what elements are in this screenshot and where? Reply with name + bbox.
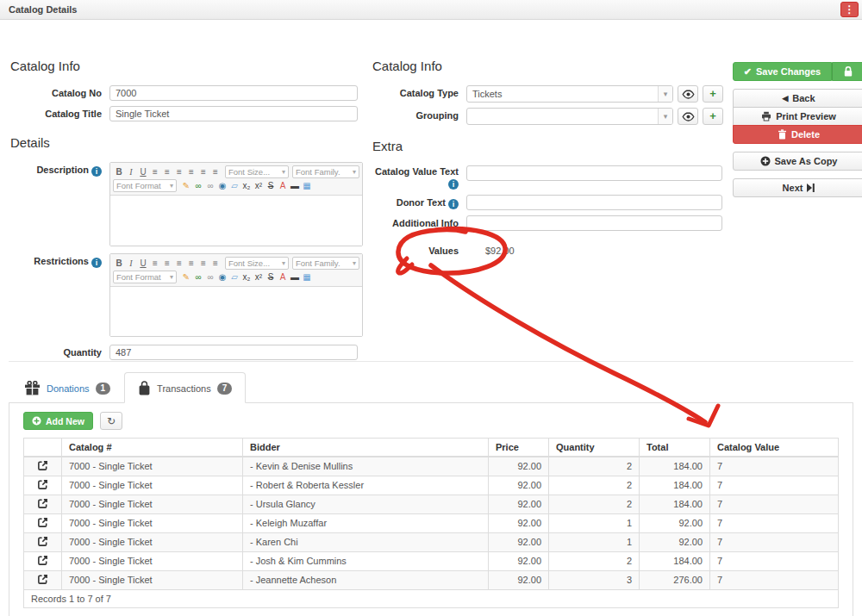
font-format-select[interactable]: Font Format▾	[113, 179, 177, 192]
tab-donations[interactable]: Donations 1	[10, 372, 124, 403]
open-record-icon[interactable]	[37, 574, 48, 585]
middle-column: Catalog Info Catalog Type Tickets ▾ + Gr…	[372, 52, 722, 262]
back-button[interactable]: ◀ Back	[733, 89, 862, 108]
open-record-icon[interactable]	[37, 536, 48, 547]
open-record-icon[interactable]	[37, 498, 48, 509]
info-icon[interactable]: i	[448, 199, 459, 209]
next-button[interactable]: Next	[733, 178, 862, 197]
open-record-icon[interactable]	[37, 555, 48, 566]
restrictions-editor[interactable]: BIU≡≡≡≡≡≡ Font Size...▾ Font Family.▾ Fo…	[109, 253, 363, 337]
cell-quantity: 1	[549, 513, 640, 532]
catalog-no-row: Catalog No	[10, 85, 358, 101]
restrictions-row: Restrictions i BIU≡≡≡≡≡≡ Font Size...▾ F…	[10, 253, 358, 337]
cell-catalog-value: 7	[710, 532, 839, 551]
tab-transactions[interactable]: Transactions 7	[124, 372, 246, 403]
cell-catalog: 7000 - Single Ticket	[62, 476, 243, 495]
restrictions-label: Restrictions i	[10, 253, 102, 268]
transactions-table: Catalog # Bidder Price Quantity Total Ca…	[23, 438, 839, 608]
open-record-icon[interactable]	[37, 517, 48, 528]
cell-catalog: 7000 - Single Ticket	[62, 457, 243, 476]
eye-icon	[682, 90, 695, 99]
print-preview-button[interactable]: Print Preview	[733, 107, 862, 126]
info-icon[interactable]: i	[91, 166, 102, 177]
plus-circle-icon	[760, 156, 771, 166]
font-family-select[interactable]: Font Family.▾	[292, 257, 359, 270]
catalog-type-select[interactable]: Tickets ▾	[466, 85, 673, 103]
view-catalog-type-button[interactable]	[678, 85, 698, 103]
catalog-title-input[interactable]	[109, 106, 358, 121]
catalog-value-text-input[interactable]	[466, 165, 722, 181]
cell-catalog: 7000 - Single Ticket	[62, 551, 243, 570]
cell-quantity: 2	[549, 476, 640, 495]
cell-quantity: 1	[549, 532, 640, 551]
save-as-copy-button[interactable]: Save As Copy	[733, 152, 862, 171]
chevron-down-icon: ▾	[658, 109, 672, 124]
table-row: 7000 - Single Ticket - Ursula Glancy 92.…	[24, 495, 839, 513]
step-forward-icon	[807, 184, 815, 192]
grouping-row: Grouping ▾ +	[372, 108, 722, 125]
donor-text-input[interactable]	[466, 195, 722, 210]
description-row: Description i BIU≡≡≡≡≡≡ Font Size...▾ Fo…	[10, 162, 358, 246]
description-label: Description i	[10, 162, 102, 177]
actions-column: ✔ Save Changes ◀ Back Print Preview Dele…	[733, 62, 862, 197]
cell-catalog-value: 7	[710, 570, 839, 589]
table-row: 7000 - Single Ticket - Josh & Kim Cummin…	[24, 551, 839, 570]
cell-total: 184.00	[640, 551, 710, 570]
table-row: 7000 - Single Ticket - Kevin & Denise Mu…	[24, 457, 839, 476]
col-icon	[24, 439, 62, 457]
catalog-title-label: Catalog Title	[10, 106, 102, 120]
font-family-select[interactable]: Font Family.▾	[292, 165, 359, 178]
cell-catalog-value: 7	[710, 551, 839, 570]
section-divider	[9, 361, 853, 362]
cell-catalog-value: 7	[710, 513, 839, 532]
chevron-down-icon: ▾	[282, 168, 285, 176]
grouping-select[interactable]: ▾	[466, 108, 673, 125]
cell-total: 276.00	[640, 570, 710, 589]
cell-price: 92.00	[489, 476, 549, 495]
trash-icon	[778, 129, 787, 140]
add-catalog-type-button[interactable]: +	[703, 85, 723, 103]
donor-text-label: Donor Text i	[372, 195, 459, 209]
delete-button[interactable]: Delete	[733, 125, 862, 144]
quantity-input[interactable]	[109, 345, 358, 360]
description-editor-body[interactable]	[110, 196, 362, 246]
page-title: Catalog Details	[9, 4, 840, 15]
description-editor[interactable]: BIU≡≡≡≡≡≡ Font Size...▾ Font Family.▾ Fo…	[109, 162, 363, 246]
view-grouping-button[interactable]	[678, 108, 698, 125]
chevron-down-icon: ▾	[170, 273, 173, 281]
transactions-count-badge: 7	[217, 383, 233, 395]
cell-price: 92.00	[489, 570, 549, 589]
cell-total: 92.00	[640, 513, 710, 532]
kebab-menu-button[interactable]: ⋮	[840, 2, 859, 17]
restrictions-editor-body[interactable]	[110, 287, 362, 336]
catalog-no-input[interactable]	[109, 85, 358, 101]
info-icon[interactable]: i	[91, 258, 102, 268]
cell-catalog: 7000 - Single Ticket	[62, 532, 243, 551]
col-quantity: Quantity	[549, 439, 640, 457]
quantity-label: Quantity	[10, 345, 102, 358]
chevron-down-icon: ▾	[170, 182, 173, 190]
col-bidder: Bidder	[243, 439, 489, 457]
records-summary: Records 1 to 7 of 7	[24, 589, 839, 607]
font-size-select[interactable]: Font Size...▾	[225, 257, 289, 270]
section-extra: Extra	[372, 139, 722, 153]
add-grouping-button[interactable]: +	[703, 108, 723, 125]
additional-info-input[interactable]	[466, 215, 722, 231]
font-size-select[interactable]: Font Size...▾	[225, 165, 289, 178]
add-new-button[interactable]: Add New	[23, 412, 93, 430]
annotation-arrow	[431, 265, 705, 422]
additional-info-label: Additional Info	[372, 215, 459, 229]
info-icon[interactable]: i	[448, 179, 459, 190]
save-changes-button[interactable]: ✔ Save Changes	[733, 62, 832, 81]
open-record-icon[interactable]	[37, 479, 48, 490]
refresh-button[interactable]: ↻	[100, 412, 122, 430]
printer-icon	[761, 111, 771, 121]
ellipsis-vertical-icon: ⋮	[845, 3, 855, 16]
open-record-icon[interactable]	[37, 460, 48, 471]
lock-button[interactable]	[832, 62, 862, 81]
font-format-select[interactable]: Font Format▾	[113, 271, 177, 283]
cell-total: 184.00	[640, 476, 710, 495]
cell-quantity: 3	[549, 570, 640, 589]
additional-info-row: Additional Info	[372, 215, 722, 231]
cell-total: 92.00	[640, 532, 710, 551]
